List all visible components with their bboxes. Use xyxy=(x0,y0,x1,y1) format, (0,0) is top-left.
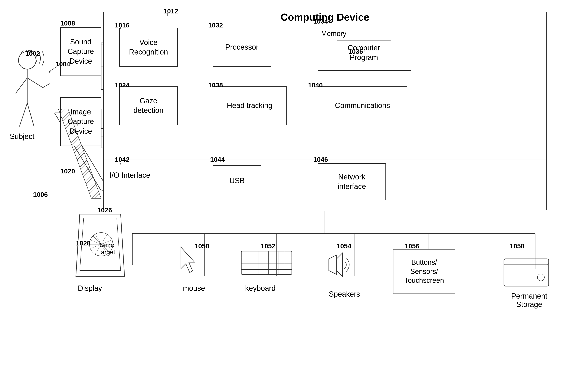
ref-1008: 1008 xyxy=(60,20,75,27)
ref-1006: 1006 xyxy=(33,191,48,198)
gaze-detection-box: Gazedetection xyxy=(119,86,178,125)
svg-marker-28 xyxy=(58,109,101,199)
ref-1054: 1054 xyxy=(337,242,351,250)
svg-marker-51 xyxy=(337,253,342,276)
ref-1046: 1046 xyxy=(313,156,328,163)
svg-line-21 xyxy=(43,84,50,88)
svg-rect-52 xyxy=(504,259,549,286)
communications-box: Communications xyxy=(318,86,407,125)
computing-device-box: Computing Device VoiceRecognition Proces… xyxy=(103,12,547,210)
beam-lines xyxy=(49,109,111,199)
ref-1032: 1032 xyxy=(208,21,223,29)
buttons-box: Buttons/Sensors/Touchscreen xyxy=(393,249,455,294)
keyboard-label: keyboard xyxy=(245,284,275,293)
svg-marker-50 xyxy=(329,255,337,275)
svg-line-23 xyxy=(27,103,34,127)
ref-1028: 1028 xyxy=(76,239,91,247)
memory-box: Memory ComputerProgram xyxy=(318,24,411,71)
usb-box: USB xyxy=(213,165,261,196)
svg-marker-40 xyxy=(181,247,195,273)
io-interface-label: I/O Interface xyxy=(110,171,150,180)
storage-icon xyxy=(502,249,553,288)
computer-program-box: ComputerProgram xyxy=(337,40,391,65)
ref-1002: 1002 xyxy=(25,50,40,57)
svg-line-22 xyxy=(20,103,27,127)
speakers-icon xyxy=(327,245,358,284)
subject-label: Subject xyxy=(10,132,34,141)
ref-1042: 1042 xyxy=(115,156,130,163)
ref-1056: 1056 xyxy=(405,242,420,250)
svg-line-19 xyxy=(16,78,27,94)
ref-1034: 1034 xyxy=(313,18,328,25)
ref-1044: 1044 xyxy=(210,156,225,163)
ref-1038: 1038 xyxy=(208,81,223,89)
svg-point-54 xyxy=(537,274,545,281)
ref-1040: 1040 xyxy=(308,81,323,89)
keyboard-icon xyxy=(239,249,294,278)
ref-1016: 1016 xyxy=(115,21,130,29)
voice-recognition-box: VoiceRecognition xyxy=(119,28,178,67)
mouse-label: mouse xyxy=(183,284,205,293)
network-interface-box: Networkinterface xyxy=(318,163,386,200)
gaze-target-label: Gaze target xyxy=(99,241,128,256)
ref-1024: 1024 xyxy=(115,81,130,89)
head-tracking-box: Head tracking xyxy=(213,86,287,125)
ref-1058: 1058 xyxy=(510,242,525,250)
ref-1050: 1050 xyxy=(195,242,209,250)
ref-1004-arrow xyxy=(47,62,62,74)
speakers-label: Speakers xyxy=(329,290,360,298)
ref-1036: 1036 xyxy=(348,48,363,55)
mouse-icon xyxy=(179,245,206,280)
storage-label: PermanentStorage xyxy=(504,292,555,309)
svg-rect-41 xyxy=(241,251,292,275)
ref-1026: 1026 xyxy=(97,206,112,214)
display-label: Display xyxy=(78,284,102,293)
svg-line-20 xyxy=(27,78,43,88)
diagram: Computing Device VoiceRecognition Proces… xyxy=(0,0,588,370)
ref-1052: 1052 xyxy=(261,242,275,250)
display-area: Gaze target 1028 xyxy=(74,210,128,281)
io-section: I/O Interface USB Networkinterface xyxy=(104,159,546,210)
ref-1012: 1012 xyxy=(163,7,178,15)
svg-rect-53 xyxy=(504,259,549,265)
processor-box: Processor xyxy=(213,28,271,67)
sound-capture-box: SoundCaptureDevice xyxy=(60,27,101,76)
